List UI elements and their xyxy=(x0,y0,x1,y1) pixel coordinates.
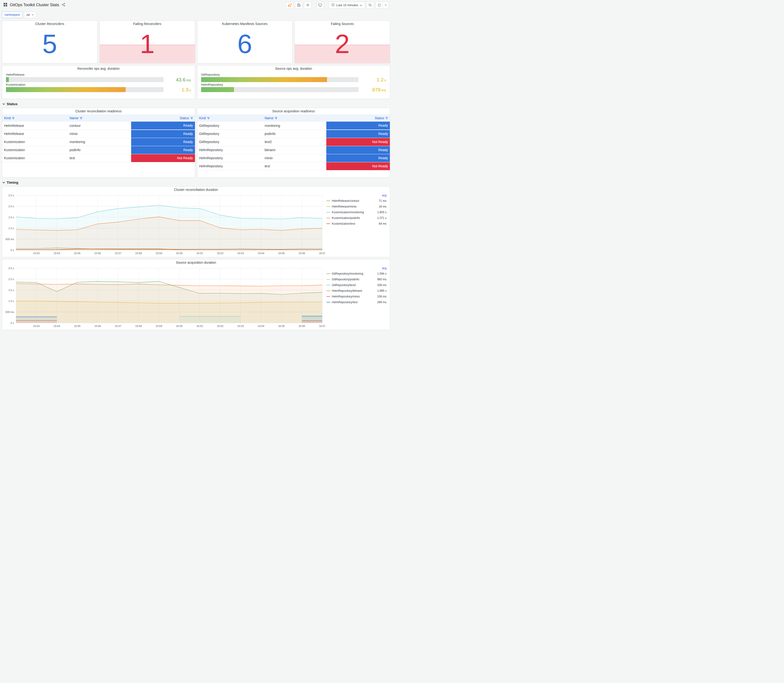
table-row: GitRepositorypodinfoReady xyxy=(197,130,390,138)
series-color-dash xyxy=(327,218,330,218)
column-header-status[interactable]: Status xyxy=(131,114,195,122)
refresh-interval-dropdown[interactable] xyxy=(383,2,389,8)
legend-item[interactable]: GitRepository/test2338 ms xyxy=(327,282,386,288)
cell-name: bitnami xyxy=(263,146,326,154)
column-header-name[interactable]: Name xyxy=(67,114,131,122)
zoom-out-button[interactable] xyxy=(366,2,374,8)
gauge-bar xyxy=(201,87,234,92)
gauge-panel-reconciler-ops: Reconciler ops avg. duration HelmRelease… xyxy=(2,65,195,99)
cell-kind: HelmRelease xyxy=(2,130,67,138)
cell-name: test xyxy=(67,154,131,162)
svg-text:16:02: 16:02 xyxy=(217,252,223,255)
legend-item[interactable]: GitRepository/podinfo980 ms xyxy=(327,277,386,282)
cell-status: Ready xyxy=(326,154,390,162)
status-badge: Ready xyxy=(131,146,195,154)
panel-title[interactable]: Reconciler ops avg. duration xyxy=(2,66,195,72)
section-row-status[interactable]: Status xyxy=(2,99,390,108)
status-badge: Ready xyxy=(131,122,195,130)
column-header-kind[interactable]: Kind xyxy=(197,114,263,122)
add-panel-button[interactable] xyxy=(286,2,293,8)
svg-text:2.0 s: 2.0 s xyxy=(8,205,14,208)
panel-title[interactable]: Source ops avg. duration xyxy=(197,66,390,72)
series-name: HelmRepository/bitnami xyxy=(332,289,377,292)
svg-text:16:03: 16:03 xyxy=(237,252,244,255)
cell-kind: HelmRepository xyxy=(197,154,263,162)
stat-panel-manifests-sources: Kubernetes Manifests Sources 6 xyxy=(197,21,293,63)
svg-text:16:06: 16:06 xyxy=(298,252,305,255)
svg-text:2.0 s: 2.0 s xyxy=(8,278,14,281)
legend-item[interactable]: HelmRepository/test289 ms xyxy=(327,299,386,305)
legend-item[interactable]: HelmRepository/minio108 ms xyxy=(327,293,386,299)
tv-mode-button[interactable] xyxy=(316,2,324,8)
series-avg-value: 1.071 s xyxy=(377,216,386,220)
legend-item[interactable]: Kustomization/test84 ms xyxy=(327,221,386,226)
stat-value: 5 xyxy=(2,31,97,57)
series-name: HelmRepository/test xyxy=(332,301,377,304)
column-header-kind[interactable]: Kind xyxy=(2,114,67,122)
section-row-timing[interactable]: Timing xyxy=(2,178,390,186)
panel-title[interactable]: Cluster reconciliation duration xyxy=(2,187,390,193)
column-header-name[interactable]: Name xyxy=(263,114,326,122)
gauge-row-gitrepository: GitRepository 1.2s xyxy=(201,73,386,82)
series-name: Kustomization/monitoring xyxy=(332,211,377,214)
cell-status: Ready xyxy=(131,130,195,138)
panel-title[interactable]: Failing Sources xyxy=(295,21,390,27)
gauge-bar xyxy=(201,77,327,82)
gauge-value: 43.6ms xyxy=(167,77,191,82)
gauge-track xyxy=(6,77,164,82)
status-badge: Ready xyxy=(131,138,195,146)
section-title: Timing xyxy=(6,180,18,184)
legend-item[interactable]: HelmRelease/minio16 ms xyxy=(327,204,386,209)
refresh-button[interactable] xyxy=(375,2,383,8)
cell-name: minio xyxy=(263,154,326,162)
clock-icon xyxy=(331,3,335,7)
series-color-dash xyxy=(327,279,330,280)
dashboard-title[interactable]: GitOps Toolkit Cluster Stats xyxy=(10,3,59,7)
column-header-status[interactable]: Status xyxy=(326,114,390,122)
table-row: HelmRepositorybitnamiReady xyxy=(197,146,390,154)
share-icon[interactable] xyxy=(62,3,65,7)
legend-avg-header[interactable]: avg xyxy=(327,193,386,198)
table-row: HelmRepositoryminioReady xyxy=(197,154,390,162)
panel-title[interactable]: Failing Reconcilers xyxy=(100,21,195,27)
legend-item[interactable]: GitRepository/monitoring1.594 s xyxy=(327,271,386,277)
gauge-track xyxy=(201,87,359,92)
legend-item[interactable]: Kustomization/monitoring1.605 s xyxy=(327,209,386,215)
svg-text:2.5 s: 2.5 s xyxy=(8,267,14,269)
time-range-picker[interactable]: Last 15 minutes xyxy=(329,2,365,8)
panel-title[interactable]: Cluster Reconcilers xyxy=(2,21,97,27)
legend-item[interactable]: Kustomization/podinfo1.071 s xyxy=(327,215,386,221)
dashboard-settings-button[interactable] xyxy=(304,2,311,8)
time-series-plot[interactable]: 0 s500 ms1.0 s1.5 s2.0 s2.5 s15:5315:541… xyxy=(3,266,325,329)
gauge-value: 1.2s xyxy=(362,77,386,82)
table-panel-cluster-readiness: Cluster reconciliation readiness Kind Na… xyxy=(2,108,195,178)
top-nav: GitOps Toolkit Cluster Stats xyxy=(0,0,392,10)
save-dashboard-button[interactable] xyxy=(295,2,303,8)
time-series-chart[interactable]: 0 s500 ms1.0 s1.5 s2.0 s2.5 s15:5315:541… xyxy=(3,266,325,329)
svg-text:16:07: 16:07 xyxy=(319,252,325,255)
series-name: GitRepository/test2 xyxy=(332,284,377,287)
svg-text:15:53: 15:53 xyxy=(33,325,40,327)
legend-item[interactable]: HelmRelease/contour71 ms xyxy=(327,198,386,204)
cell-status: Ready xyxy=(326,130,390,138)
cell-status: Not Ready xyxy=(131,154,195,162)
svg-text:15:58: 15:58 xyxy=(135,325,142,327)
status-badge: Ready xyxy=(326,130,390,138)
time-series-plot[interactable]: 0 s500 ms1.0 s1.5 s2.0 s2.5 s15:5315:541… xyxy=(3,193,325,256)
filter-icon xyxy=(12,117,14,119)
dashboards-grid-icon[interactable] xyxy=(3,3,7,7)
gauge-panel-source-ops: Source ops avg. duration GitRepository 1… xyxy=(197,65,390,99)
chart-legend: avgGitRepository/monitoring1.594 sGitRep… xyxy=(325,266,389,329)
cell-status: Not Ready xyxy=(326,162,390,170)
panel-title[interactable]: Cluster reconciliation readiness xyxy=(2,108,195,114)
panel-title[interactable]: Kubernetes Manifests Sources xyxy=(197,21,292,27)
panel-title[interactable]: Source acquisition duration xyxy=(2,260,390,266)
filter-icon xyxy=(275,117,277,119)
legend-item[interactable]: HelmRepository/bitnami1.695 s xyxy=(327,288,386,293)
table-header-row: Kind Name Status xyxy=(197,114,390,122)
legend-avg-header[interactable]: avg xyxy=(327,266,386,271)
variable-namespace-select[interactable]: All xyxy=(24,12,36,18)
time-series-chart[interactable]: 0 s500 ms1.0 s1.5 s2.0 s2.5 s15:5315:541… xyxy=(3,193,325,256)
panel-title[interactable]: Source acquisition readiness xyxy=(197,108,390,114)
series-avg-value: 16 ms xyxy=(379,205,386,208)
